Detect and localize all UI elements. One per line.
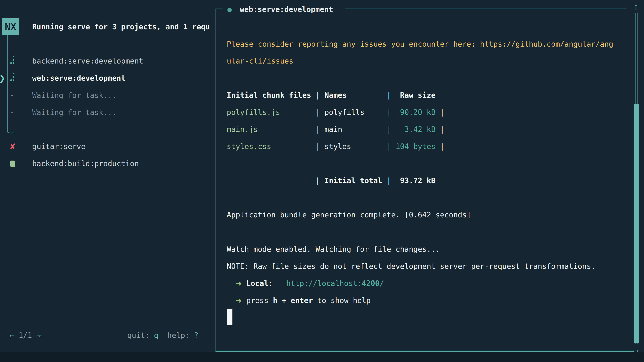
table-total-row: | Initial total | 93.72 kB <box>227 173 436 188</box>
task-running-spinner-icon <box>10 73 15 81</box>
terminal-cursor <box>227 309 232 325</box>
task-failed-icon: ✘ <box>10 139 16 154</box>
table-cell: polyfills.js <box>227 108 311 116</box>
url-suffix: / <box>380 279 384 288</box>
bundle-complete-message: Application bundle generation complete. … <box>227 207 471 223</box>
url-prefix: http://localhost: <box>286 279 362 288</box>
panel-border <box>216 351 634 352</box>
app-title: Running serve for 3 projects, and 1 requ <box>32 19 214 34</box>
table-cell: | <box>311 108 324 116</box>
table-cell: | <box>382 142 396 151</box>
table-cell: | <box>311 176 324 185</box>
help-hint-line: ➜ press h + enter to show help <box>227 293 371 308</box>
task-row[interactable]: Waiting for task... <box>0 105 215 120</box>
table-row: main.js | main | 3.42 kB | <box>227 122 449 137</box>
local-server-line: ➜ Local: http://localhost:4200/ <box>227 276 384 291</box>
nx-terminal-ui: NX Running serve for 3 projects, and 1 r… <box>0 0 644 362</box>
gap <box>242 296 246 305</box>
table-cell: main <box>324 125 382 134</box>
page-indicator: 1/1 <box>14 331 36 340</box>
task-success-icon <box>10 161 15 167</box>
task-row[interactable]: backend:serve:development <box>0 53 215 69</box>
table-cell: Raw size <box>396 91 436 99</box>
url-port: 4200 <box>362 279 380 288</box>
nx-logo-badge: NX <box>2 18 19 35</box>
task-label: Waiting for task... <box>32 88 116 103</box>
table-cell: Names <box>324 91 382 99</box>
panel-border <box>216 8 216 351</box>
local-label: Local: <box>246 279 273 288</box>
task-label: web:serve:development <box>32 70 126 86</box>
table-cell: | <box>311 91 324 99</box>
table-cell: | <box>311 125 324 134</box>
table-cell: polyfills <box>324 108 382 116</box>
help-arrow-icon: ➜ <box>236 296 242 305</box>
table-cell: Initial total <box>324 176 382 185</box>
scroll-up-arrow-icon[interactable]: ↑ <box>631 1 641 12</box>
local-arrow-icon: ➜ <box>236 279 242 288</box>
task-running-spinner-icon <box>10 56 15 64</box>
issue-notice-line2: ular-cli/issues <box>227 53 293 69</box>
panel-border <box>216 8 222 9</box>
gap <box>273 279 286 288</box>
table-cell: 90.20 kB <box>396 108 436 116</box>
help-label: help: <box>167 331 194 340</box>
indent <box>227 296 236 305</box>
selected-task-caret-icon: ❯ <box>0 70 6 86</box>
quit-label: quit: <box>127 331 154 340</box>
task-row[interactable]: backend:build:production <box>0 156 215 171</box>
table-row: styles.css | styles | 104 bytes | <box>227 139 449 154</box>
bottom-strip <box>0 352 644 362</box>
table-cell: | <box>436 125 449 134</box>
help-bar: quit: q help: ? <box>127 328 198 343</box>
help-hint-pre: press <box>246 296 273 305</box>
table-cell: 93.72 kB <box>396 176 436 185</box>
help-key: ? <box>194 331 198 340</box>
local-server-url[interactable]: http://localhost:4200/ <box>286 279 384 288</box>
table-cell: | <box>436 108 449 116</box>
table-cell: 3.42 kB <box>396 125 436 134</box>
watch-mode-message: Watch mode enabled. Watching for file ch… <box>227 242 440 257</box>
table-cell: | <box>382 108 396 116</box>
task-row[interactable]: Waiting for task... <box>0 88 215 103</box>
indent <box>227 279 236 288</box>
table-cell: Initial chunk files <box>227 91 311 99</box>
help-hint-keys: h + enter <box>273 296 313 305</box>
task-waiting-dot-icon <box>11 95 12 96</box>
issue-notice-line1: Please consider reporting any issues you… <box>227 36 613 52</box>
running-status-bullet-icon: ● <box>228 2 232 17</box>
task-waiting-dot-icon <box>11 112 12 113</box>
task-row[interactable]: ✘guitar:serve <box>0 139 215 154</box>
table-header-row: Initial chunk files | Names | Raw size <box>227 87 436 103</box>
task-label: Waiting for task... <box>32 105 116 120</box>
page-next-arrow-icon[interactable]: → <box>36 331 41 340</box>
task-row[interactable]: ❯web:serve:development <box>0 70 215 86</box>
task-label: backend:build:production <box>32 156 139 171</box>
table-cell: | <box>311 142 324 151</box>
table-cell: | <box>382 176 396 185</box>
helpbar-separator <box>158 331 167 340</box>
table-cell <box>227 176 311 185</box>
table-cell: styles.css <box>227 142 311 151</box>
quit-key: q <box>154 331 158 340</box>
task-label: backend:serve:development <box>32 53 143 69</box>
table-row: polyfills.js | polyfills | 90.20 kB | <box>227 105 449 120</box>
task-label: guitar:serve <box>32 139 86 154</box>
table-cell: main.js <box>227 125 311 134</box>
raw-size-note: NOTE: Raw file sizes do not reflect deve… <box>227 259 596 274</box>
table-cell: | <box>436 142 449 151</box>
table-cell: | <box>382 91 396 99</box>
table-cell: | <box>382 125 396 134</box>
table-cell: styles <box>324 142 382 151</box>
page-prev-arrow-icon[interactable]: ← <box>10 331 14 340</box>
scrollbar-thumb[interactable] <box>634 104 639 343</box>
panel-border <box>345 8 626 9</box>
pagination: ← 1/1 → <box>10 328 41 343</box>
table-cell: 104 bytes <box>396 142 436 151</box>
panel-title: web:serve:development <box>240 2 333 17</box>
help-hint-post: to show help <box>313 296 371 305</box>
gap <box>242 279 246 288</box>
